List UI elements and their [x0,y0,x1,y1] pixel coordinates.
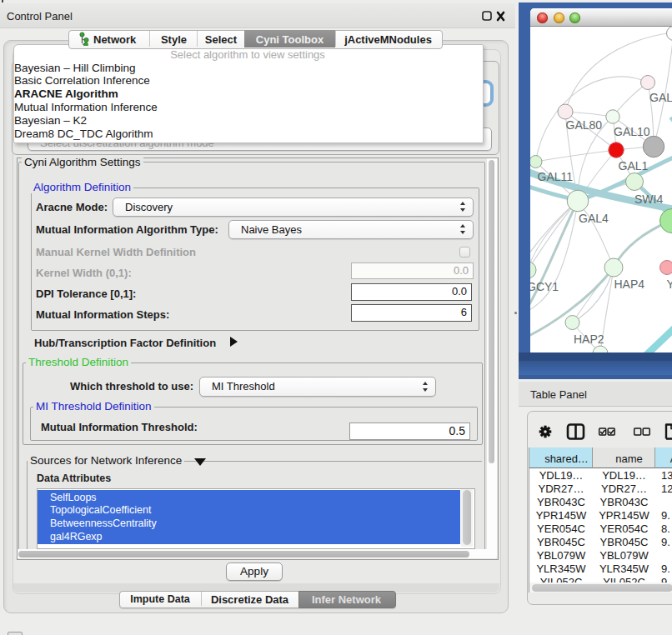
svg-text:HAP2: HAP2 [574,332,604,346]
svg-text:GAL11: GAL11 [538,170,574,183]
svg-text:Y: Y [667,278,672,291]
svg-text:SWI4: SWI4 [634,192,663,206]
svg-text:GAL1: GAL1 [619,159,649,172]
svg-text:GCY1: GCY1 [530,280,559,293]
svg-text:HAP4: HAP4 [614,278,645,291]
svg-text:GAL80: GAL80 [649,91,672,104]
svg-text:GAL10: GAL10 [614,125,650,138]
svg-text:GAL4: GAL4 [579,212,609,225]
svg-text:GAL80: GAL80 [566,118,603,132]
